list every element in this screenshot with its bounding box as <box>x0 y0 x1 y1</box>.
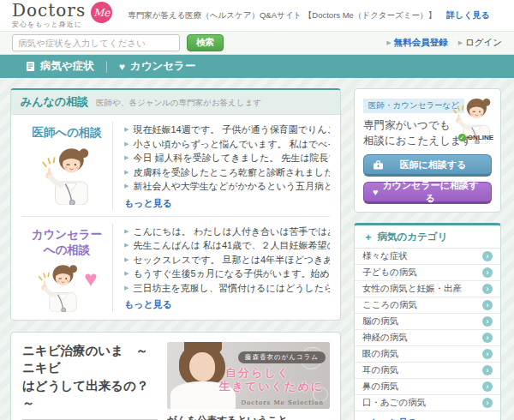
chevron-right-icon: › <box>482 333 493 343</box>
heart-icon: ♥ <box>84 267 97 290</box>
banner-heading: 生きていくために <box>219 379 324 394</box>
chevron-right-icon: › <box>482 267 493 278</box>
consult-promo-card: 医師・カウンセラーなど ✓ ONLINE 専門家がいつでも 相談におこたえします… <box>354 88 501 213</box>
promo-heading: 専門家がいつでも 相談におこたえします <box>363 117 456 148</box>
category-more-link[interactable]: ▶もっと見る <box>355 411 500 420</box>
logo-tagline: 安心をもっと身近に <box>12 20 86 29</box>
chevron-right-icon: › <box>482 316 493 327</box>
feature-card: ニキビ治療のいま ～ニキビ はどうして出来るの？～ ▶医師が伝える禁煙法とは！？… <box>10 332 341 420</box>
consult-counselor-button[interactable]: ♥ カウンセラーに相談する <box>363 182 492 204</box>
cancer-column-banner[interactable]: 藤森香衣のがんコラム 自分らしく 生きていくために Doctors Me Sel… <box>167 342 330 409</box>
triangle-icon: ▶ <box>124 270 128 277</box>
counselor-question-link[interactable]: ▶三日坊主を克服し、習慣付けるにはどうしたら良いで… <box>124 282 330 297</box>
feature-title: ニキビ治療のいま ～ニキビ はどうして出来るの？～ <box>22 342 158 411</box>
counselor-consultation-section: カウンセラー への相談 ♥ ▶こんにちは。 わたしは人付き合いは苦手ではありま…… <box>21 224 330 312</box>
site-description-more-link[interactable]: 詳しく見る <box>446 9 490 21</box>
section-divider <box>21 216 330 217</box>
banner-caption-link[interactable]: がんを公表するということ <box>167 414 332 420</box>
briefcase-icon <box>373 160 384 170</box>
triangle-icon: ▶ <box>124 169 128 176</box>
counselor-question-link[interactable]: ▶先生こんばんは 私は41歳で、２人目妊娠希望の… <box>124 239 330 254</box>
chevron-right-icon: › <box>482 251 493 261</box>
category-item-ears[interactable]: 耳の病気› <box>355 363 500 379</box>
triangle-icon: ▶ <box>124 154 128 161</box>
triangle-icon: ▶ <box>124 126 128 133</box>
nav-item-label: カウンセラー <box>130 59 195 74</box>
top-header: Doctors 安心をもっと身近に Me 専門家が答える医療（ヘルスケア）Q&A… <box>0 0 514 31</box>
book-icon <box>26 61 35 72</box>
nav-item-diseases[interactable]: 病気や症状 <box>14 55 106 78</box>
everyone-consultations-card: みんなの相談 医師や、各ジャンルの専門家がお答えします 医師への相談 ▶現在妊娠… <box>10 88 341 321</box>
card-header: みんなの相談 医師や、各ジャンルの専門家がお答えします <box>11 90 340 115</box>
doctor-more-link[interactable]: もっと見る <box>124 197 172 210</box>
doctor-question-link[interactable]: ▶今日 婦人科を受診してきました。 先生は院長では… <box>124 152 330 166</box>
banner-brand: Doctors Me Selection <box>242 399 325 406</box>
triangle-icon: ▶ <box>458 39 463 45</box>
triangle-icon: ▶ <box>124 242 128 249</box>
logo-me-mark: Me <box>91 2 112 23</box>
site-description: 専門家が答える医療（ヘルスケア）Q&Aサイト 【Doctors Me（ドクターズ… <box>128 10 436 21</box>
search-bar: 検索 ▶無料会員登録 ▶ログイン <box>0 31 514 55</box>
counselor-more-link[interactable]: もっと見る <box>124 298 172 311</box>
chevron-right-icon: › <box>482 349 493 359</box>
woman-photo <box>189 352 215 381</box>
triangle-icon: ▶ <box>124 256 128 263</box>
category-item-symptoms[interactable]: 様々な症状› <box>355 249 500 265</box>
main-nav: 病気や症状 ♥ カウンセラー <box>0 55 514 78</box>
banner-badge: 藤森香衣のがんコラム <box>238 351 326 363</box>
online-status-badge: ✓ ONLINE <box>458 134 493 141</box>
category-item-nose[interactable]: 鼻の病気› <box>355 379 500 395</box>
card-subtitle: 医師や、各ジャンルの専門家がお答えします <box>96 98 261 109</box>
triangle-icon: ▶ <box>124 183 128 189</box>
counselor-illustration <box>36 261 82 312</box>
plus-icon: ＋ <box>363 231 374 242</box>
triangle-icon: ▶ <box>124 228 128 235</box>
counselor-consult-title[interactable]: カウンセラー への相談 <box>21 227 112 258</box>
check-icon: ✓ <box>458 134 466 141</box>
category-item-mouth-jaw[interactable]: 口・あごの病気› <box>355 395 500 411</box>
chevron-right-icon: › <box>482 365 493 375</box>
counselor-question-link[interactable]: ▶セックスレスです。 旦那とは4年半ほどつきあって… <box>124 254 330 268</box>
nav-item-label: 病気や症状 <box>40 59 94 74</box>
disease-category-panel: ＋病気のカテゴリ 様々な症状› 子どもの病気› 女性の病気と妊娠・出産› こころ… <box>354 223 501 420</box>
chevron-right-icon: › <box>482 381 493 392</box>
card-title: みんなの相談 <box>21 94 88 110</box>
chevron-right-icon: › <box>482 300 493 310</box>
doctor-question-link[interactable]: ▶新社会人や大学生などがかかるという五月病というの… <box>124 180 330 195</box>
chevron-right-icon: › <box>482 284 493 294</box>
chevron-right-icon: › <box>482 398 493 408</box>
doctor-question-link[interactable]: ▶小さい頃からずっと悩んでいます。 私はでべそで… <box>124 138 330 153</box>
counselor-question-link[interactable]: ▶もうすぐ生後5ヵ月になる子供がいます。始めての育… <box>124 267 330 282</box>
login-link[interactable]: ▶ログイン <box>458 37 502 49</box>
category-item-children[interactable]: 子どもの病気› <box>355 265 500 281</box>
counselor-question-link[interactable]: ▶こんにちは。 わたしは人付き合いは苦手ではありま… <box>124 225 330 240</box>
category-item-mind[interactable]: こころの病気› <box>355 297 500 314</box>
search-input[interactable] <box>12 34 180 51</box>
triangle-icon: ▶ <box>386 39 391 45</box>
doctor-consultation-section: 医師への相談 ▶現在妊娠14週です。 子供が通う保育園でりんご病… ▶小さい頃か… <box>21 122 330 210</box>
logo-wordmark: Doctors <box>12 2 86 19</box>
category-item-nerves[interactable]: 神経の病気› <box>355 330 500 346</box>
category-panel-title: ＋病気のカテゴリ <box>355 225 500 249</box>
site-logo[interactable]: Doctors 安心をもっと身近に Me <box>12 2 112 29</box>
doctor-question-link[interactable]: ▶現在妊娠14週です。 子供が通う保育園でりんご病… <box>124 123 330 138</box>
triangle-icon: ▶ <box>124 285 128 291</box>
category-item-eyes[interactable]: 眼の病気› <box>355 346 500 363</box>
triangle-icon: ▶ <box>124 141 128 147</box>
nav-item-counselor[interactable]: ♥ カウンセラー <box>107 55 208 78</box>
heart-icon: ♥ <box>119 62 125 72</box>
doctor-question-link[interactable]: ▶皮膚科を受診したところ乾癬と診断されました。 授… <box>124 166 330 181</box>
consult-doctor-button[interactable]: 医師に相談する <box>363 154 492 177</box>
promo-badge: 医師・カウンセラーなど <box>363 99 464 113</box>
category-item-women[interactable]: 女性の病気と妊娠・出産› <box>355 281 500 297</box>
search-button[interactable]: 検索 <box>187 34 224 51</box>
category-item-brain[interactable]: 脳の病気› <box>355 314 500 330</box>
doctor-illustration <box>39 143 95 205</box>
main-content: みんなの相談 医師や、各ジャンルの専門家がお答えします 医師への相談 ▶現在妊娠… <box>0 78 514 420</box>
doctor-consult-title[interactable]: 医師への相談 <box>21 125 112 141</box>
register-link[interactable]: ▶無料会員登録 <box>386 37 447 49</box>
